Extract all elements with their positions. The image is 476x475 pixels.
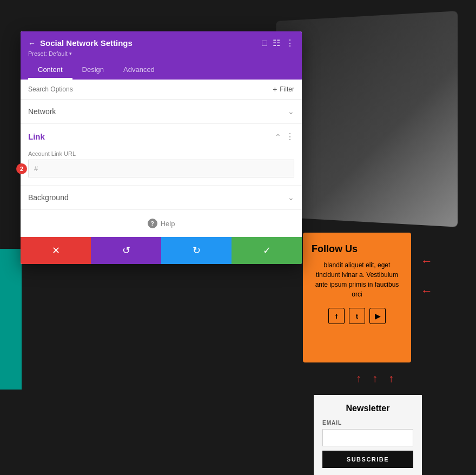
- panel-toolbar: ✕ ↺ ↻ ✓: [21, 237, 302, 264]
- up-arrow-1: ↑: [356, 372, 361, 385]
- more-icon[interactable]: ⋮: [286, 38, 294, 48]
- network-chevron-icon: ⌄: [288, 107, 294, 116]
- follow-us-title: Follow Us: [312, 243, 402, 255]
- panel-tabs: Content Design Advanced: [28, 61, 294, 80]
- undo-button[interactable]: ↺: [91, 237, 161, 264]
- panel-header-icons: □ ☷ ⋮: [262, 38, 294, 48]
- account-link-input-wrap: 2: [28, 160, 294, 177]
- red-arrow-2: ←: [421, 284, 433, 298]
- follow-us-card: Follow Us blandit aliquet elit, eget tin…: [303, 233, 411, 362]
- facebook-icon[interactable]: f: [328, 308, 345, 324]
- up-arrows-row: ↑ ↑ ↑: [356, 372, 394, 385]
- email-label: EMAIL: [322, 420, 413, 426]
- link-section: Link ⌃ ⋮ Account Link URL 2: [21, 124, 302, 186]
- social-icons-row: f t ▶: [312, 308, 402, 324]
- redo-button[interactable]: ↻: [161, 237, 232, 264]
- tab-design[interactable]: Design: [72, 61, 114, 80]
- network-section[interactable]: Network ⌄: [21, 100, 302, 124]
- email-input[interactable]: [322, 429, 413, 446]
- step-badge: 2: [16, 163, 27, 174]
- subscribe-button[interactable]: SUBSCRIBE: [322, 451, 413, 468]
- panel-body: Search Options + Filter Network ⌄ Link ⌃…: [21, 80, 302, 237]
- red-arrow-1: ←: [421, 254, 433, 268]
- tab-advanced[interactable]: Advanced: [114, 61, 164, 80]
- account-link-label: Account Link URL: [28, 150, 294, 157]
- link-icons: ⌃ ⋮: [275, 131, 294, 142]
- newsletter-title: Newsletter: [322, 404, 413, 413]
- panel-title: Social Network Settings: [40, 38, 133, 48]
- preset-arrow: ▾: [69, 51, 72, 56]
- settings-panel: ← Social Network Settings □ ☷ ⋮ Preset: …: [21, 31, 302, 264]
- preset-label: Preset: Default: [28, 50, 68, 57]
- help-button[interactable]: ? Help: [148, 219, 175, 228]
- twitter-icon[interactable]: t: [349, 308, 365, 324]
- panel-header-top: ← Social Network Settings □ ☷ ⋮: [28, 38, 294, 48]
- left-teal-strip: [0, 249, 22, 390]
- follow-us-text: blandit aliquet elit, eget tincidunt lvi…: [312, 260, 402, 299]
- grid-icon[interactable]: ☷: [273, 38, 280, 48]
- back-icon[interactable]: ←: [28, 39, 36, 48]
- up-arrow-3: ↑: [388, 372, 394, 385]
- search-bar: Search Options + Filter: [21, 80, 302, 100]
- up-arrow-2: ↑: [372, 372, 378, 385]
- youtube-icon[interactable]: ▶: [369, 308, 386, 324]
- network-label: Network: [28, 107, 56, 116]
- filter-plus-icon: +: [273, 85, 277, 94]
- account-link-field-group: Account Link URL 2: [21, 147, 302, 185]
- panel-header-left: ← Social Network Settings: [28, 38, 133, 48]
- cancel-button[interactable]: ✕: [21, 237, 91, 264]
- tab-content[interactable]: Content: [28, 61, 72, 80]
- background-label: Background: [28, 193, 69, 202]
- link-section-left: Link: [28, 132, 45, 141]
- save-button[interactable]: ✓: [232, 237, 302, 264]
- filter-label: Filter: [280, 85, 294, 93]
- panel-preset[interactable]: Preset: Default ▾: [28, 50, 294, 57]
- background-chevron-icon: ⌄: [288, 193, 294, 202]
- help-row: ? Help: [21, 210, 302, 237]
- link-chevron-up-icon[interactable]: ⌃: [275, 133, 281, 141]
- newsletter-section: Newsletter EMAIL SUBSCRIBE: [314, 395, 422, 475]
- link-title: Link: [28, 132, 45, 141]
- filter-button[interactable]: + Filter: [273, 85, 294, 94]
- help-label: Help: [161, 220, 175, 228]
- link-more-icon[interactable]: ⋮: [286, 131, 294, 142]
- search-options-label: Search Options: [28, 85, 73, 93]
- background-section[interactable]: Background ⌄: [21, 186, 302, 210]
- account-link-input[interactable]: [28, 160, 294, 177]
- fullscreen-icon[interactable]: □: [262, 38, 267, 48]
- link-section-header[interactable]: Link ⌃ ⋮: [21, 124, 302, 147]
- help-circle-icon: ?: [148, 219, 157, 228]
- panel-header: ← Social Network Settings □ ☷ ⋮ Preset: …: [21, 31, 302, 80]
- laptop-bg: [276, 11, 458, 227]
